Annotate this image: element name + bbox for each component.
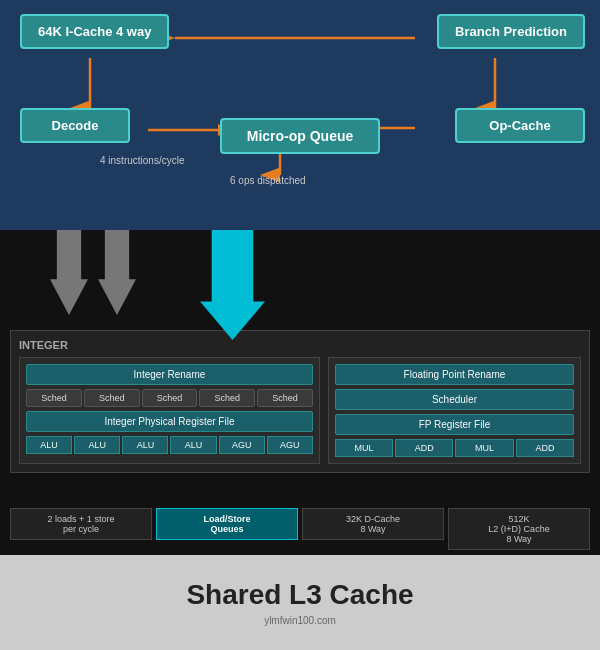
agu-1: AGU bbox=[219, 436, 265, 454]
agu-2: AGU bbox=[267, 436, 313, 454]
l3-banner: Shared L3 Cache ylmfwin100.com bbox=[0, 555, 600, 650]
op-cache-box: Op-Cache bbox=[455, 108, 585, 143]
fp-column: Floating Point Rename Scheduler FP Regis… bbox=[328, 357, 581, 464]
alu-2: ALU bbox=[74, 436, 120, 454]
mul-1: MUL bbox=[335, 439, 393, 457]
sched-2: Sched bbox=[84, 389, 140, 407]
alu-3: ALU bbox=[122, 436, 168, 454]
loads-stores-item: 2 loads + 1 store per cycle bbox=[10, 508, 152, 540]
mul-2: MUL bbox=[455, 439, 513, 457]
sched-5: Sched bbox=[257, 389, 313, 407]
top-section: 64K I-Cache 4 way Branch Prediction Deco… bbox=[0, 0, 600, 230]
watermark: ylmfwin100.com bbox=[264, 615, 336, 626]
integer-column: Integer Rename Sched Sched Sched Sched S… bbox=[19, 357, 320, 464]
loads-stores-label: 2 loads + 1 store per cycle bbox=[17, 514, 145, 534]
integer-section: INTEGER Integer Rename Sched Sched Sched… bbox=[10, 330, 590, 473]
fp-scheduler-box: Scheduler bbox=[335, 389, 574, 410]
sched-4: Sched bbox=[199, 389, 255, 407]
instructions-cycle-label: 4 instructions/cycle bbox=[100, 155, 184, 166]
alu-1: ALU bbox=[26, 436, 72, 454]
gray-arrow-1 bbox=[50, 230, 88, 315]
flow-arrows-gray bbox=[50, 230, 136, 315]
icache-box: 64K I-Cache 4 way bbox=[20, 14, 169, 49]
dcache-label: 32K D-Cache 8 Way bbox=[309, 514, 437, 534]
l3-title: Shared L3 Cache bbox=[186, 579, 413, 611]
gray-arrow-2 bbox=[98, 230, 136, 315]
sched-1: Sched bbox=[26, 389, 82, 407]
fp-units-row: MUL ADD MUL ADD bbox=[335, 439, 574, 457]
scheduler-row: Sched Sched Sched Sched Sched bbox=[26, 389, 313, 407]
microop-queue-box: Micro-op Queue bbox=[220, 118, 380, 154]
load-store-queues-item: Load/Store Queues bbox=[156, 508, 298, 540]
int-rename-box: Integer Rename bbox=[26, 364, 313, 385]
load-store-queues-label: Load/Store Queues bbox=[163, 514, 291, 534]
bottom-sub-row: 2 loads + 1 store per cycle Load/Store Q… bbox=[10, 508, 590, 550]
sched-3: Sched bbox=[142, 389, 198, 407]
cyan-flow-arrow bbox=[200, 230, 265, 340]
int-phys-reg: Integer Physical Register File bbox=[26, 411, 313, 432]
fp-reg-box: FP Register File bbox=[335, 414, 574, 435]
integer-label: INTEGER bbox=[19, 339, 581, 351]
decode-box: Decode bbox=[20, 108, 130, 143]
fp-rename-box: Floating Point Rename bbox=[335, 364, 574, 385]
l2-item: 512K L2 (I+D) Cache 8 Way bbox=[448, 508, 590, 550]
alu-4: ALU bbox=[170, 436, 216, 454]
alu-row: ALU ALU ALU ALU AGU AGU bbox=[26, 436, 313, 454]
dcache-item: 32K D-Cache 8 Way bbox=[302, 508, 444, 540]
l2-label: 512K L2 (I+D) Cache 8 Way bbox=[455, 514, 583, 544]
add-1: ADD bbox=[395, 439, 453, 457]
bottom-section: INTEGER Integer Rename Sched Sched Sched… bbox=[0, 230, 600, 650]
add-2: ADD bbox=[516, 439, 574, 457]
ops-dispatched-label: 6 ops dispatched bbox=[230, 175, 306, 186]
branch-prediction-box: Branch Prediction bbox=[437, 14, 585, 49]
